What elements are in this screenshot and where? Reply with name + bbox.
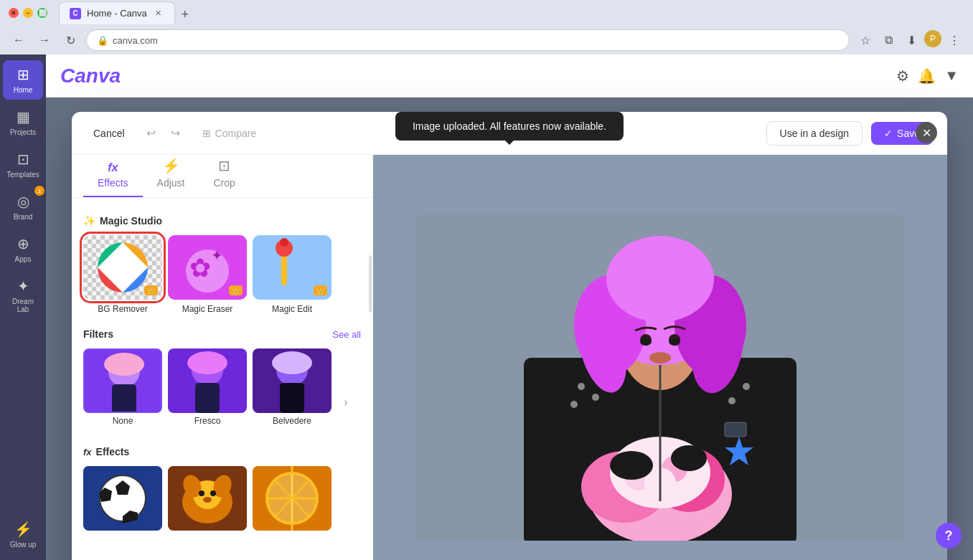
effect-citrus-thumbnail: [253, 466, 332, 531]
templates-icon: ⊡: [17, 151, 29, 168]
app-sidebar: ⊞ Home ▦ Projects ⊡ Templates ◎ Brand 1 …: [0, 54, 46, 560]
svg-point-75: [671, 445, 707, 471]
sidebar-item-dreamlab[interactable]: ✦ Dream Lab: [3, 272, 43, 319]
filter-none-label: None: [113, 416, 133, 426]
address-bar[interactable]: 🔒 canva.com: [86, 29, 850, 51]
svg-point-52: [743, 383, 750, 390]
svg-point-50: [592, 394, 599, 401]
brand-badge: 1: [34, 186, 44, 196]
tab-effects[interactable]: fx Effects: [83, 161, 143, 197]
download-btn[interactable]: ⬇: [901, 30, 921, 50]
effects-header: fx Effects: [83, 446, 361, 457]
url-text: canva.com: [113, 35, 158, 46]
browser-tab-canva[interactable]: C Home - Canva ✕: [59, 1, 175, 24]
undo-button[interactable]: ↩: [141, 123, 162, 144]
photo-svg: [416, 214, 904, 541]
brand-icon: ◎: [17, 193, 29, 210]
filter-belvedere-label: Belvedere: [273, 416, 311, 426]
sidebar-item-glowup[interactable]: ⚡ Glow up: [3, 515, 43, 554]
sidebar-glowup-label: Glow up: [10, 541, 37, 549]
effects-tab-icon: fx: [108, 161, 118, 174]
modal-body: fx Effects ⚡ Adjust ⊡ Crop: [72, 155, 947, 560]
sidebar-templates-label: Templates: [6, 171, 39, 179]
use-in-design-button[interactable]: Use in a design: [766, 121, 863, 146]
scrollbar-thumb: [369, 255, 372, 313]
effect-dog-item[interactable]: [168, 466, 247, 531]
window-minimize-btn[interactable]: −: [23, 8, 33, 18]
cancel-button[interactable]: Cancel: [86, 123, 132, 143]
image-editor-modal: Cancel ↩ ↪ ⊞ Compare pexels-annetnavi-10…: [72, 112, 947, 560]
window-maximize-btn[interactable]: ⬜: [37, 8, 47, 18]
sidebar-item-home[interactable]: ⊞ Home: [3, 60, 43, 100]
magic-edit-item[interactable]: 👑 Magic Edit: [253, 235, 332, 314]
filter-belvedere-thumbnail: [253, 348, 332, 413]
notifications-icon[interactable]: 🔔: [918, 67, 936, 85]
home-icon: ⊞: [17, 66, 29, 83]
filter-fresco-item[interactable]: Fresco: [168, 348, 247, 426]
effects-label: Effects: [96, 446, 130, 457]
filter-belvedere-item[interactable]: Belvedere: [253, 348, 332, 426]
help-button[interactable]: ?: [936, 523, 962, 549]
canva-topbar: Canva ⚙ 🔔 ▼: [46, 54, 973, 98]
favicon: C: [70, 8, 81, 19]
filters-see-all[interactable]: See all: [332, 329, 361, 340]
filter-none-thumbnail: [85, 350, 162, 413]
extension-btn[interactable]: ⧉: [878, 30, 898, 50]
sidebar-item-projects[interactable]: ▦ Projects: [3, 103, 43, 142]
magic-studio-grid: 👑 BG Remover: [83, 235, 361, 314]
tab-adjust[interactable]: ⚡ Adjust: [143, 157, 199, 197]
svg-point-13: [280, 238, 288, 247]
sidebar-apps-label: Apps: [15, 255, 32, 263]
effect-soccer-item[interactable]: [83, 466, 162, 531]
magic-studio-header: ✨ Magic Studio: [83, 215, 361, 227]
bg-remover-item[interactable]: 👑 BG Remover: [83, 235, 162, 314]
svg-text:✿: ✿: [189, 253, 211, 283]
tab-close-btn[interactable]: ✕: [153, 8, 164, 19]
panel-tabs: fx Effects ⚡ Adjust ⊡ Crop: [72, 155, 372, 198]
reload-btn[interactable]: ↻: [60, 30, 80, 50]
adjust-tab-icon: ⚡: [162, 157, 180, 174]
dreamlab-icon: ✦: [17, 277, 29, 295]
bg-remover-crown: 👑: [144, 285, 158, 295]
upload-tooltip: Image uploaded. All features now availab…: [395, 112, 624, 141]
glowup-icon: ⚡: [14, 521, 32, 538]
panel-content: ✨ Magic Studio: [72, 198, 372, 560]
svg-point-21: [187, 351, 227, 374]
apps-icon: ⊕: [17, 235, 29, 252]
canva-logo: Canva: [60, 65, 121, 87]
projects-icon: ▦: [17, 108, 30, 125]
sidebar-item-brand[interactable]: ◎ Brand 1: [3, 187, 43, 227]
modal-overlay: Cancel ↩ ↪ ⊞ Compare pexels-annetnavi-10…: [46, 98, 973, 560]
svg-point-73: [669, 338, 680, 346]
redo-button[interactable]: ↪: [165, 123, 187, 144]
sidebar-item-apps[interactable]: ⊕ Apps: [3, 229, 43, 269]
new-tab-btn[interactable]: +: [175, 4, 195, 24]
modal-close-button[interactable]: ✕: [916, 122, 937, 143]
filter-fresco-label: Fresco: [194, 416, 221, 426]
scrollbar-track[interactable]: [368, 198, 372, 560]
tab-crop[interactable]: ⊡ Crop: [199, 157, 249, 197]
dropdown-icon[interactable]: ▼: [944, 67, 959, 84]
svg-point-51: [570, 401, 578, 408]
svg-point-66: [606, 236, 714, 322]
effects-grid: [83, 466, 361, 531]
magic-eraser-item[interactable]: ✿ ✦ 👑 Magic Eraser: [168, 235, 247, 314]
back-btn[interactable]: ←: [9, 30, 29, 50]
settings-icon[interactable]: ⚙: [896, 67, 909, 85]
sidebar-item-templates[interactable]: ⊡ Templates: [3, 145, 43, 184]
compare-button[interactable]: ⊞ Compare: [195, 123, 264, 143]
effect-citrus-item[interactable]: [253, 466, 332, 531]
lock-icon: 🔒: [97, 35, 108, 46]
tab-title: Home - Canva: [87, 8, 147, 19]
menu-btn[interactable]: ⋮: [944, 30, 964, 50]
compare-label: Compare: [215, 128, 257, 139]
svg-text:✦: ✦: [211, 247, 223, 263]
profile-btn[interactable]: P: [924, 30, 941, 47]
magic-eraser-label: Magic Eraser: [182, 304, 233, 314]
svg-point-72: [640, 338, 652, 346]
forward-btn[interactable]: →: [34, 30, 55, 50]
filter-none-item[interactable]: None: [83, 348, 162, 426]
window-close-btn[interactable]: ✕: [9, 8, 19, 18]
filter-arrow-btn[interactable]: ›: [337, 370, 354, 435]
bookmark-btn[interactable]: ☆: [855, 30, 875, 50]
